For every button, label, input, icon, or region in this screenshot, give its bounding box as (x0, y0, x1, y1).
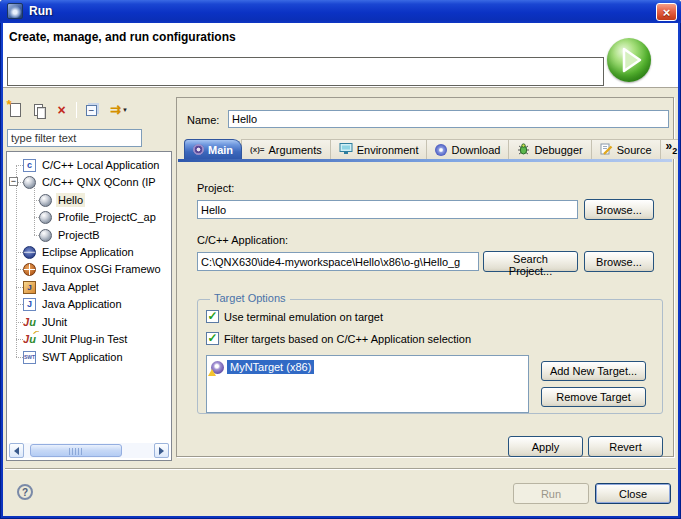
tree-item-eclipse-application[interactable]: Eclipse Application (7, 244, 169, 260)
run-banner-icon (607, 38, 651, 82)
help-icon: ? (22, 487, 28, 498)
tab-main[interactable]: Main (184, 139, 242, 159)
delete-configuration-button[interactable]: × (51, 100, 72, 120)
download-tab-icon (435, 144, 447, 156)
tree-item-junit[interactable]: Ju JUnit (7, 314, 169, 330)
tree-item-qnx-qconn[interactable]: C/C++ QNX QConn (IP (7, 174, 169, 190)
toolbar-separator (76, 102, 77, 118)
duplicate-configuration-button[interactable] (28, 100, 49, 120)
eclipse-application-icon (23, 246, 36, 259)
target-options-title: Target Options (210, 292, 290, 304)
name-input[interactable] (228, 110, 669, 128)
equinox-osgi-icon (23, 263, 36, 276)
title-bar[interactable]: Run × (0, 0, 681, 23)
tree-item-c-local-application[interactable]: c C/C++ Local Application (7, 157, 169, 173)
application-input[interactable] (197, 252, 479, 271)
window-title: Run (29, 4, 52, 18)
close-icon: × (663, 6, 671, 19)
dialog-heading: Create, manage, and run configurations (9, 30, 236, 44)
tab-arguments[interactable]: (x)= Arguments (241, 139, 331, 159)
sparkle-icon: * (6, 97, 11, 112)
filter-icon: ⇉ (110, 104, 121, 116)
collapse-all-icon: − (86, 105, 97, 116)
warning-overlay-icon (208, 369, 216, 376)
new-config-icon: * (10, 103, 21, 117)
filter-configurations-button[interactable]: ⇉ ▼ (104, 100, 134, 120)
project-input[interactable] (197, 200, 578, 219)
dropdown-caret-icon: ▼ (122, 107, 128, 113)
dialog-client-area: Create, manage, and run configurations *… (3, 23, 678, 516)
tab-debugger[interactable]: Debugger (508, 139, 591, 159)
tree-item-java-applet[interactable]: J Java Applet (7, 279, 169, 295)
qnx-config-icon (39, 211, 52, 224)
scrollbar-thumb[interactable] (30, 444, 122, 457)
target-icon (211, 361, 224, 374)
qnx-config-icon (39, 194, 52, 207)
tree-item-projectb[interactable]: ProjectB (7, 227, 169, 243)
tree-item-profile-projectc[interactable]: Profile_ProjectC_ap (7, 209, 169, 225)
help-button[interactable]: ? (17, 484, 33, 500)
tree-horizontal-scrollbar[interactable] (9, 443, 169, 458)
application-browse-button[interactable]: Browse... (584, 251, 654, 272)
check-icon: ✓ (207, 311, 217, 321)
main-tab-icon (193, 144, 204, 155)
java-applet-icon: J (23, 281, 36, 294)
terminal-emulation-checkrow: ✓ Use terminal emulation on target (206, 310, 383, 323)
window-icon (7, 3, 23, 19)
chevron-icon: » (666, 140, 673, 152)
remove-target-button[interactable]: Remove Target (541, 387, 646, 407)
target-list[interactable]: MyNTarget (x86) (206, 355, 529, 413)
header-banner: Create, manage, and run configurations (3, 23, 678, 88)
message-area (7, 57, 604, 86)
name-label: Name: (187, 114, 219, 126)
close-window-button[interactable]: × (656, 3, 677, 21)
tree-item-hello[interactable]: Hello (7, 192, 169, 208)
tree-item-equinox-osgi[interactable]: Equinox OSGi Framewo (7, 261, 169, 277)
source-tab-icon (600, 143, 613, 157)
play-triangle-icon (607, 38, 651, 82)
configurations-tree: − c C/C++ Local Application C/C++ QNX QC… (6, 151, 172, 461)
duplicate-config-icon (31, 102, 47, 119)
terminal-emulation-checkbox[interactable]: ✓ (206, 310, 219, 323)
tab-overflow-chevron[interactable]: » 2 (660, 139, 678, 159)
environment-tab-icon (339, 143, 353, 157)
junit-plugin-icon: Ju↗ (23, 333, 36, 346)
qnx-qconn-icon (23, 176, 36, 189)
scroll-right-arrow[interactable] (154, 443, 169, 458)
search-project-button[interactable]: Search Project... (483, 251, 578, 272)
tree-item-swt-application[interactable]: SWT SWT Application (7, 349, 169, 365)
project-browse-button[interactable]: Browse... (584, 199, 654, 220)
run-button[interactable]: Run (513, 483, 589, 504)
scroll-left-arrow[interactable] (9, 443, 24, 458)
filter-targets-checkbox[interactable]: ✓ (206, 332, 219, 345)
expander-minus-icon[interactable]: − (9, 177, 18, 186)
add-new-target-button[interactable]: Add New Target... (541, 361, 646, 381)
filter-targets-checkrow: ✓ Filter targets based on C/C++ Applicat… (206, 332, 471, 345)
delete-icon: × (57, 103, 65, 117)
close-button[interactable]: Close (595, 483, 671, 504)
check-icon: ✓ (207, 333, 217, 343)
c-application-icon: c (23, 159, 36, 172)
tree-item-java-application[interactable]: J Java Application (7, 296, 169, 312)
tab-environment[interactable]: Environment (330, 139, 428, 159)
footer-separator (5, 468, 676, 470)
apply-button[interactable]: Apply (508, 436, 583, 457)
application-label: C/C++ Application: (197, 234, 288, 246)
revert-button[interactable]: Revert (588, 436, 663, 457)
filter-input[interactable] (7, 129, 142, 147)
new-configuration-button[interactable]: * (5, 100, 26, 120)
collapse-all-button[interactable]: − (81, 100, 102, 120)
run-dialog: Run × Create, manage, and run configurat… (0, 0, 681, 519)
swt-application-icon: SWT (23, 351, 36, 364)
target-options-group: Target Options ✓ Use terminal emulation … (197, 299, 663, 414)
tab-source[interactable]: Source (591, 139, 661, 159)
debugger-tab-icon (517, 143, 530, 157)
tree-item-junit-plugin-test[interactable]: Ju↗ JUnit Plug-in Test (7, 331, 169, 347)
arguments-tab-icon: (x)= (250, 145, 264, 154)
junit-icon: Ju (23, 316, 36, 329)
tab-download[interactable]: Download (426, 139, 509, 159)
project-label: Project: (197, 182, 234, 194)
target-list-item[interactable]: MyNTarget (x86) (211, 360, 314, 374)
config-toolbar: * × − ⇉ ▼ (5, 99, 136, 121)
tab-strip: Main (x)= Arguments Environment Download… (184, 139, 678, 159)
